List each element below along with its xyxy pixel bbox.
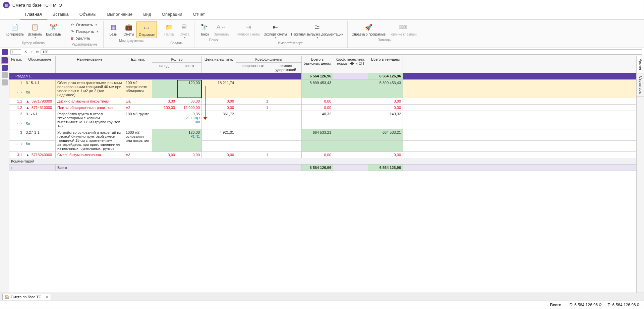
batch-icon: 🗂 — [312, 22, 322, 32]
table-row[interactable]: 3 3.27-1-1 Устройство оснований и покрыт… — [9, 129, 636, 141]
tab-operations[interactable]: Операции — [157, 10, 188, 19]
app-logo-icon: ▦ — [3, 2, 10, 8]
find-button[interactable]: 🔭Поиск — [196, 21, 212, 38]
estimate-icon: 🏛 — [180, 22, 189, 32]
status-current: Т: 6 564 126,96 ₽ — [608, 303, 640, 307]
paste-icon: 📋 — [30, 22, 40, 32]
expand-icon[interactable]: › — [14, 142, 18, 146]
paste-button[interactable]: 📋Вставить▼ — [26, 21, 44, 41]
rail-icon-1[interactable] — [2, 49, 8, 55]
folder-icon: 📁 — [164, 22, 174, 32]
rail-view-3[interactable] — [2, 72, 8, 78]
cut-button[interactable]: ✂️Вырезать — [44, 21, 63, 38]
copy-icon: 📄 — [10, 22, 19, 32]
app-title: Смета по базе ТСН МГЭ — [12, 3, 62, 8]
export-icon: ⇤ — [271, 22, 280, 32]
expand-icon[interactable]: › — [11, 166, 14, 170]
table-row[interactable]: 1 3.15-1-1 Облицовка стен гранитными пли… — [9, 80, 636, 89]
vtab-structure[interactable]: Структура — [637, 73, 644, 97]
table-row[interactable]: 2 3.1-1-1 Разработка грунта в отвал экск… — [9, 111, 636, 120]
import-button[interactable]: ⇥Импорт сметы — [235, 21, 262, 38]
kn-badge: Кп — [26, 142, 30, 146]
group-impexp: Импорт/экспорт — [235, 41, 345, 46]
group-create: Создать — [161, 41, 192, 46]
document-tab[interactable]: 🏠 Смета по базе ТС... ✕ — [2, 294, 51, 300]
copy-button[interactable]: 📄Копировать — [4, 21, 26, 38]
tab-view[interactable]: Вид — [138, 10, 157, 19]
status-base: Б: 6 564 126,96 ₽ — [570, 303, 602, 307]
undo-button[interactable]: ↶Отменить▼ — [69, 22, 100, 28]
warning-icon: ▲ — [26, 106, 30, 110]
collapse-icon[interactable]: ⌵ — [11, 74, 14, 78]
tab-insert[interactable]: Вставка — [47, 10, 74, 19]
import-icon: ⇥ — [244, 22, 253, 32]
kn-badge: Кп — [26, 90, 30, 94]
hdr-ed: Ед. изм. — [124, 56, 152, 73]
hdr-naim: Наименование — [56, 56, 124, 73]
estimates-button[interactable]: 💼Сметы — [121, 21, 136, 38]
rocket-icon: 🚀 — [364, 22, 373, 32]
fx-cancel-button[interactable]: ✕ — [22, 50, 28, 54]
bases-icon: ▦ — [109, 22, 118, 32]
binoculars-icon: 🔭 — [199, 22, 209, 32]
about-button[interactable]: 🚀Справка о программе — [350, 21, 388, 38]
hdr-ked: на ед. — [152, 63, 177, 73]
hdr-kpopr: поправочные — [236, 63, 270, 73]
hotkeys-button[interactable]: ⌨Горячие клавиши — [388, 21, 419, 38]
table-row[interactable]: 3.1 ▲ 5718240000 Смесь битумно-песчаная … — [9, 152, 636, 158]
cell-ref-input[interactable] — [10, 49, 21, 55]
table-row[interactable]: 1.1 ▲ 3971790000 Диски с алмазным покрыт… — [9, 98, 636, 105]
tab-execution[interactable]: Выполнение — [102, 10, 138, 19]
open-docs-icon: ▭ — [142, 23, 152, 32]
total-row[interactable]: › Всего 6 564 126,96 6 564 126,96 — [9, 165, 636, 171]
undo-icon: ↶ — [70, 22, 75, 27]
replace-icon: A↔ — [217, 22, 226, 32]
redo-button[interactable]: ↷Повторить▼ — [69, 28, 100, 35]
group-edit: Редактирование — [67, 42, 102, 47]
hdr-knr: Коэф. пересчета, нормы НР и СП — [333, 56, 368, 73]
keyboard-icon: ⌨ — [398, 22, 408, 32]
tab-report[interactable]: Отчет — [188, 10, 211, 19]
tab-main[interactable]: Главная — [20, 10, 47, 19]
hdr-npp: № п.п. — [9, 56, 24, 73]
rail-view-1[interactable] — [2, 57, 8, 63]
group-clipboard: Буфер обмена — [4, 41, 63, 46]
new-estimate-button[interactable]: 🏛Смета▼ — [177, 21, 192, 41]
new-folder-button[interactable]: 📁Папка — [161, 21, 177, 38]
selected-cell: 120,00 — [177, 80, 202, 98]
comment-row[interactable]: Комментарий — [9, 158, 636, 165]
group-mydocs: Мои документы — [106, 38, 157, 43]
hdr-bazis: Всего в базисных ценах — [302, 56, 333, 73]
replace-button[interactable]: A↔Заменить — [212, 21, 231, 38]
export-button[interactable]: ⇤Экспорт сметы▼ — [262, 21, 289, 41]
hdr-price: Цена на ед. изм. — [202, 56, 236, 73]
section-row[interactable]: ⌵ Раздел 1. 6 564 126,96 6 564 126,96 — [9, 73, 636, 80]
hdr-kvsego: всего — [177, 63, 202, 73]
menu-tabs: Главная Вставка Объёмы Выполнение Вид Оп… — [0, 10, 644, 20]
tab-volumes[interactable]: Объёмы — [74, 10, 102, 19]
expand-icon[interactable]: › — [14, 90, 18, 94]
close-icon[interactable]: ✕ — [46, 295, 49, 299]
bases-button[interactable]: ▦Базы — [106, 21, 121, 38]
group-search: Поиск — [196, 38, 231, 43]
delete-button[interactable]: 🗑Удалить — [69, 35, 100, 41]
hdr-tek: Всего в текущем — [368, 56, 403, 73]
house-icon: 🏠 — [5, 295, 9, 299]
vtab-calc[interactable]: Расчет — [637, 56, 644, 73]
hdr-kolvo: Кол-во — [152, 56, 202, 63]
rail-view-2[interactable] — [2, 65, 8, 71]
rail-view-4[interactable] — [2, 79, 8, 85]
hdr-koef: Коэффициенты — [236, 56, 302, 63]
status-bar: Всего Б: 6 564 126,96 ₽ Т: 6 564 126,96 … — [0, 301, 644, 309]
fx-function-button[interactable]: fx — [35, 50, 41, 54]
expand-icon[interactable]: › — [14, 121, 18, 125]
fx-confirm-button[interactable]: ✓ — [28, 50, 35, 54]
scissors-icon: ✂️ — [49, 22, 58, 32]
batch-export-button[interactable]: 🗂Пакетная выгрузка документации▼ — [289, 21, 345, 41]
open-docs-button[interactable]: ▭Открытые — [136, 21, 157, 38]
formula-input[interactable] — [41, 49, 642, 55]
table-row[interactable]: 1.2 ▲ 5714310000 Плиты облицовочные гран… — [9, 105, 636, 111]
kn-badge: Кп — [26, 121, 30, 125]
estimate-grid[interactable]: № п.п. Обоснование Наименование Ед. изм.… — [9, 56, 636, 171]
group-help: Помощь — [350, 38, 419, 43]
